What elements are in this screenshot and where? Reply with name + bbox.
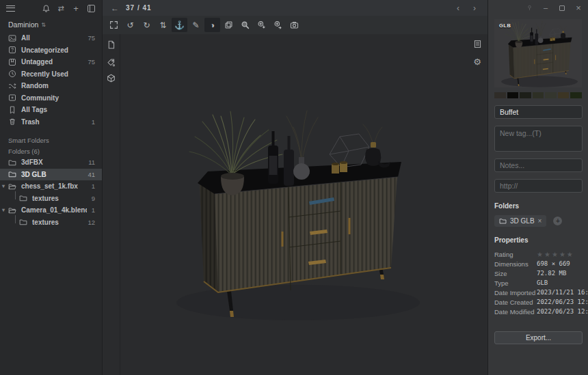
folder-chip-3d-glb[interactable]: 3D GLB × — [494, 215, 546, 227]
palette-swatch[interactable] — [520, 92, 531, 98]
item-count: 75 — [88, 58, 95, 66]
palette-swatch[interactable] — [494, 92, 506, 98]
bookmark-square-icon — [8, 58, 16, 66]
color-palette — [494, 92, 582, 98]
palette-swatch[interactable] — [570, 92, 582, 98]
settings-gear-icon[interactable]: ⚙ — [472, 56, 483, 67]
copy-cube-icon[interactable] — [221, 18, 237, 32]
folder-icon — [8, 158, 16, 167]
sync-arrows-icon[interactable]: ⇄ — [56, 3, 66, 13]
maximize-button[interactable] — [558, 4, 566, 12]
expand-caret-icon[interactable]: ▾ — [2, 207, 5, 213]
folder-chip-label: 3D GLB — [510, 217, 535, 225]
tag-field[interactable] — [494, 105, 583, 119]
anchor-tool-icon[interactable]: ⚓ — [172, 18, 187, 32]
history-list-icon[interactable] — [472, 38, 483, 49]
url-input[interactable] — [494, 179, 583, 193]
shuffle-icon — [8, 82, 16, 90]
metadata-page-icon[interactable] — [105, 39, 116, 50]
sidebar-item-untagged[interactable]: Untagged 75 — [0, 56, 102, 68]
folder-icon — [19, 218, 27, 226]
item-count: 75 — [88, 34, 95, 42]
item-count: 1 — [92, 206, 95, 214]
asset-thumbnail[interactable]: GLB — [494, 19, 582, 87]
zoom-search-icon[interactable] — [237, 18, 253, 32]
sidebar-item-random[interactable]: Random — [0, 80, 102, 92]
item-count: 1 — [92, 118, 95, 126]
palette-swatch[interactable] — [507, 92, 519, 98]
expand-caret-icon[interactable]: ▾ — [2, 183, 5, 189]
camera-screenshot-icon[interactable] — [286, 18, 302, 32]
viewer-navbar: ← 37 / 41 ‹ › — [103, 0, 487, 16]
sidebar-item-recently-used[interactable]: Recently Used — [0, 68, 102, 81]
trash-icon — [8, 117, 16, 126]
new-tag-input[interactable] — [494, 126, 583, 152]
question-icon — [8, 46, 16, 54]
flip-vertical-icon[interactable]: ⇅ — [155, 18, 171, 32]
property-type: Type GLB — [494, 278, 582, 288]
add-folder-icon[interactable]: + — [553, 217, 562, 225]
folder-icon — [499, 217, 507, 225]
rotate-ccw-icon[interactable]: ↺ — [122, 18, 138, 32]
prev-item-icon[interactable]: ‹ — [453, 3, 463, 13]
export-button[interactable]: Export... — [494, 331, 583, 344]
rating-stars[interactable]: ★★★★★ — [537, 251, 574, 258]
pin-icon[interactable] — [525, 4, 533, 12]
format-badge: GLB — [499, 23, 511, 29]
3d-viewport[interactable] — [120, 34, 472, 375]
sidebar-item-all-tags[interactable]: All Tags — [0, 104, 102, 116]
viewer-toolbar: ↺ ↻ ⇅ ⚓ ✎ ◑ — [103, 16, 487, 34]
sidebar: ⇄ + Daminion ⇅ All 75 Uncategorized — [0, 0, 103, 375]
folder-chess-textures[interactable]: textures 9 — [0, 193, 102, 205]
property-dimensions: Dimensions 698 × 669 — [494, 259, 582, 268]
catalog-selector[interactable]: Daminion ⇅ — [0, 16, 102, 32]
updown-caret-icon: ⇅ — [41, 22, 46, 28]
zoom-in-down-icon[interactable] — [254, 18, 269, 32]
folder-3d-glb[interactable]: 3D GLB 41 — [0, 169, 102, 181]
back-arrow-icon[interactable]: ← — [111, 3, 119, 13]
window-titlebar: – × — [488, 0, 588, 16]
catalog-name: Daminion — [8, 20, 38, 29]
minimize-button[interactable]: – — [542, 4, 550, 12]
sidebar-item-all[interactable]: All 75 — [0, 32, 102, 44]
folder-3dfbx[interactable]: 3dFBX 11 — [0, 156, 102, 169]
3d-cube-icon[interactable] — [105, 72, 116, 83]
folders-section-header: Folders — [494, 202, 582, 210]
property-size: Size 72.82 MB — [494, 268, 582, 278]
folder-camera-textures[interactable]: textures 12 — [0, 217, 102, 229]
sidebar-item-community[interactable]: Community — [0, 92, 102, 105]
notifications-bell-icon[interactable] — [41, 3, 51, 13]
item-count: 41 — [88, 171, 95, 178]
label-tag-icon[interactable] — [105, 57, 116, 68]
add-icon[interactable]: + — [71, 3, 81, 13]
sidebar-item-trash[interactable]: Trash 1 — [0, 116, 102, 128]
folder-icon — [19, 194, 27, 202]
property-date-modified: Date Modified 2022/06/23 12:31 — [494, 307, 582, 316]
palette-swatch[interactable] — [533, 92, 544, 98]
folders-header[interactable]: Folders (6) — [0, 145, 102, 156]
fit-screen-icon[interactable] — [106, 18, 122, 32]
property-date-imported: Date Imported 2023/11/21 16:32 — [494, 288, 582, 297]
next-item-icon[interactable]: › — [470, 3, 479, 13]
palette-swatch[interactable] — [545, 92, 557, 98]
draw-pencil-icon[interactable]: ✎ — [188, 18, 204, 32]
menu-icon[interactable] — [6, 5, 15, 12]
zoom-in-right-icon[interactable] — [270, 18, 286, 32]
sidebar-header: ⇄ + — [0, 0, 102, 16]
viewer-pane: ← 37 / 41 ‹ › ↺ ↻ ⇅ ⚓ ✎ ◑ — [103, 0, 487, 375]
notes-input[interactable] — [494, 158, 583, 172]
tag-icon — [8, 106, 16, 114]
community-icon — [8, 94, 16, 102]
smart-folders-header[interactable]: Smart Folders — [0, 135, 102, 145]
item-position: 37 / 41 — [126, 4, 152, 12]
folder-icon — [8, 170, 16, 178]
rotate-cw-icon[interactable]: ↻ — [139, 18, 155, 32]
remove-folder-icon[interactable]: × — [538, 217, 542, 225]
close-button[interactable]: × — [574, 4, 583, 12]
buffet-thumbnail-render — [494, 19, 582, 87]
inspector-panel: – × GLB Folders — [487, 0, 588, 375]
palette-swatch[interactable] — [558, 92, 570, 98]
contrast-icon[interactable]: ◑ — [204, 18, 220, 32]
panel-layout-icon[interactable] — [86, 3, 96, 13]
sidebar-item-uncategorized[interactable]: Uncategorized — [0, 44, 102, 57]
